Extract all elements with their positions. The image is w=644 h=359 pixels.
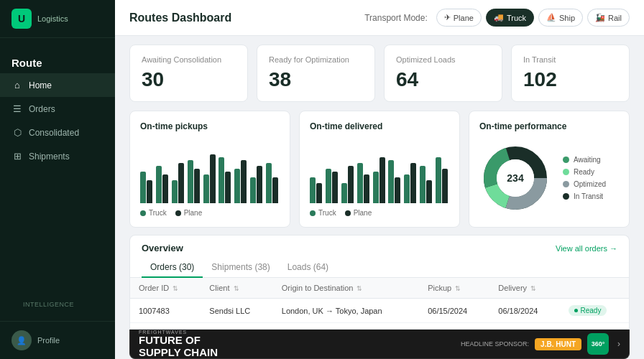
sidebar-item-shipments[interactable]: ⊞Shipments: [0, 144, 115, 168]
home-icon: ⌂: [12, 80, 23, 90]
plane-bar: [257, 166, 262, 203]
plane-bar: [410, 163, 416, 203]
bar-group: [234, 160, 248, 203]
plane-bar: [348, 166, 354, 203]
legend-in-transit: In Transit: [563, 192, 606, 200]
col-delivery: Delivery ⇅: [489, 278, 560, 299]
page-header: Routes Dashboard Transport Mode: ✈Plane🚚…: [115, 0, 644, 36]
truck-bar: [266, 163, 272, 203]
delivered-legend-truck: Truck: [310, 209, 336, 217]
bar-group: [310, 177, 323, 203]
truck-label: Truck: [507, 14, 526, 22]
plane-bar: [332, 172, 338, 203]
pickups-chart: On-time pickups Truck Plane: [129, 111, 290, 228]
plane-dot: [175, 210, 181, 216]
plane-label: Plane: [184, 209, 203, 217]
truck-bar: [172, 180, 178, 203]
tab-orders[interactable]: Orders (30): [142, 258, 203, 278]
delivered-chart-title: On-time delivered: [310, 121, 449, 131]
plane-icon: ✈: [444, 13, 451, 22]
app-logo-icon: U: [12, 9, 32, 29]
legend-optimized: Optimized: [563, 180, 606, 188]
app-name-label: Logistics: [37, 14, 68, 23]
sidebar: U Logistics Route ⌂Home☰Orders⬡Consolida…: [0, 0, 115, 359]
plane-bar: [426, 180, 432, 203]
main-content: Routes Dashboard Transport Mode: ✈Plane🚚…: [115, 0, 644, 359]
banner-logo: FreightWaves FUTURE OF SUPPLY CHAIN: [139, 330, 218, 358]
stats-row: Awaiting Consolidation 30 Ready for Opti…: [115, 36, 644, 111]
ship-label: Ship: [559, 14, 575, 22]
truck-bar: [140, 172, 146, 203]
sponsor-label: HEADLINE SPONSOR:: [461, 340, 529, 348]
cell-delivery: 06/18/2024: [489, 323, 560, 330]
stat-awaiting-label: Awaiting Consolidation: [142, 55, 236, 64]
truck-bar: [326, 169, 331, 203]
truck-dot: [140, 210, 146, 216]
table-container: Order ID ⇅ Client ⇅ Origin to Destinatio…: [129, 278, 630, 330]
bar-group: [436, 157, 449, 203]
truck-bar: [156, 166, 162, 203]
ready-dot: [563, 169, 569, 175]
donut-chart: 234: [479, 142, 551, 214]
truck-dot-d: [310, 210, 316, 216]
shipments-icon: ⊞: [12, 151, 23, 162]
transport-btn-truck[interactable]: 🚚Truck: [486, 9, 534, 27]
plane-bar: [364, 174, 369, 203]
sidebar-item-home[interactable]: ⌂Home: [0, 73, 115, 97]
donut-center-value: 234: [507, 172, 524, 184]
transport-mode-selector: Transport Mode: ✈Plane🚚Truck⛵Ship🚂Rail: [364, 9, 630, 27]
sidebar-item-orders[interactable]: ☰Orders: [0, 97, 115, 121]
bar-group: [250, 166, 264, 203]
plane-bar: [442, 169, 448, 203]
delivered-chart-area: [310, 139, 449, 203]
truck-label: Truck: [149, 209, 167, 217]
plane-bar: [225, 172, 231, 203]
cell-status: Ready: [560, 299, 629, 323]
truck-bar: [218, 157, 224, 203]
status-badge: Ready: [569, 305, 607, 316]
bar-group: [188, 160, 201, 203]
truck-bar: [203, 174, 209, 203]
optimized-label: Optimized: [574, 180, 606, 188]
sidebar-item-consolidated[interactable]: ⬡Consolidated: [0, 121, 115, 144]
truck-icon: 🚚: [494, 13, 504, 22]
legend-ready: Ready: [563, 168, 606, 176]
sidebar-profile[interactable]: 👤 Profile: [0, 321, 115, 359]
col-status: [560, 278, 629, 299]
profile-label: Profile: [37, 336, 60, 345]
stat-transit: In Transit 102: [511, 45, 630, 102]
truck-bar: [250, 177, 256, 203]
legend-awaiting: Awaiting: [563, 156, 606, 164]
cell-status: Ready: [560, 323, 629, 330]
bar-group: [420, 166, 433, 203]
plane-bar: [316, 183, 322, 203]
banner-large-text: FUTURE OF SUPPLY CHAIN: [139, 335, 218, 358]
table-header-row: Order ID ⇅ Client ⇅ Origin to Destinatio…: [130, 278, 629, 299]
tab-loads[interactable]: Loads (64): [279, 258, 337, 278]
overview-title: Overview: [142, 243, 183, 253]
delivered-legend: Truck Plane: [310, 209, 449, 217]
tab-shipments[interactable]: Shipments (38): [203, 258, 278, 278]
bar-group: [373, 157, 387, 203]
consolidated-icon: ⬡: [12, 127, 23, 138]
col-order-id: Order ID ⇅: [130, 278, 201, 299]
sidebar-item-label-shipments: Shipments: [29, 151, 70, 162]
cell-client: Sendsi LLC: [201, 323, 272, 330]
view-all-link[interactable]: View all orders →: [556, 244, 617, 253]
truck-bar: [404, 174, 410, 203]
sidebar-nav: Route ⌂Home☰Orders⬡Consolidated⊞Shipment…: [0, 38, 115, 321]
banner-chevron-icon[interactable]: ›: [617, 339, 620, 349]
bar-group: [326, 169, 339, 203]
in-transit-label: In Transit: [574, 192, 603, 200]
truck-bar: [188, 160, 193, 203]
performance-chart-title: On-time performance: [479, 121, 619, 131]
pickups-chart-area: [140, 139, 280, 203]
transport-btn-rail[interactable]: 🚂Rail: [587, 9, 630, 27]
transport-btn-ship[interactable]: ⛵Ship: [538, 9, 583, 27]
rail-label: Rail: [608, 14, 622, 22]
transport-btn-plane[interactable]: ✈Plane: [436, 9, 482, 27]
table-body: 1007483 Sendsi LLC London, UK → Tokyo, J…: [130, 299, 629, 330]
pickups-legend: Truck Plane: [140, 209, 280, 217]
plane-bar: [178, 163, 184, 203]
bar-group: [203, 154, 217, 203]
